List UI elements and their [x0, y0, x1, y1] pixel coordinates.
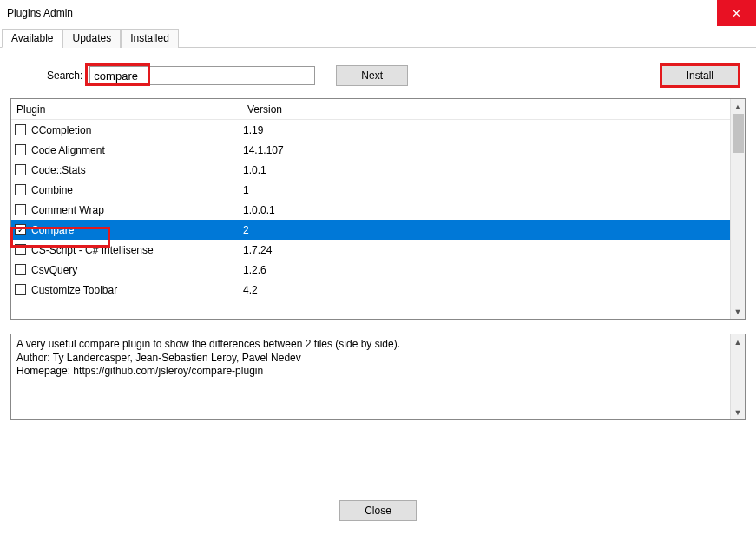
table-row[interactable]: Combine1: [11, 180, 730, 200]
window-close-button[interactable]: ✕: [717, 0, 756, 26]
checkbox[interactable]: [15, 184, 26, 195]
install-button[interactable]: Install: [661, 65, 739, 86]
table-row[interactable]: Code Alignment14.1.107: [11, 140, 730, 160]
plugin-list: Plugin Version CCompletion1.19Code Align…: [10, 98, 746, 320]
tab-available[interactable]: Available: [2, 29, 62, 48]
plugin-name: CCompletion: [31, 124, 243, 136]
bottom-bar: Close: [0, 500, 756, 521]
window-title: Plugins Admin: [7, 7, 73, 19]
next-button[interactable]: Next: [336, 65, 408, 86]
checkbox[interactable]: [15, 284, 26, 295]
plugin-version: 1.0.0.1: [243, 204, 275, 216]
plugin-version: 14.1.107: [243, 144, 284, 156]
col-header-plugin[interactable]: Plugin: [11, 103, 242, 116]
plugin-version: 2: [243, 224, 249, 236]
description-text: A very useful compare plugin to show the…: [11, 334, 730, 419]
list-header: Plugin Version: [11, 99, 730, 120]
plugin-version: 4.2: [243, 284, 258, 296]
titlebar: Plugins Admin ✕: [0, 0, 756, 26]
checkbox[interactable]: [15, 164, 26, 175]
plugin-version: 1.19: [243, 124, 263, 136]
scroll-up-icon[interactable]: ▲: [731, 334, 745, 349]
tab-installed[interactable]: Installed: [121, 29, 179, 48]
table-row[interactable]: Customize Toolbar4.2: [11, 280, 730, 300]
plugin-name: CsvQuery: [31, 264, 243, 276]
plugin-version: 1.7.24: [243, 244, 272, 256]
search-input[interactable]: [89, 66, 315, 85]
tab-updates[interactable]: Updates: [62, 29, 121, 48]
search-label: Search:: [47, 69, 82, 82]
table-row[interactable]: CS-Script - C# Intellisense1.7.24: [11, 240, 730, 260]
scroll-up-icon[interactable]: ▲: [731, 99, 745, 114]
plugin-version: 1.2.6: [243, 264, 266, 276]
table-row[interactable]: ✓Compare2: [11, 220, 730, 240]
scroll-down-icon[interactable]: ▼: [731, 304, 745, 319]
table-row[interactable]: Code::Stats1.0.1: [11, 160, 730, 180]
plugin-version: 1.0.1: [243, 164, 266, 176]
description-box: A very useful compare plugin to show the…: [10, 334, 746, 420]
table-row[interactable]: Comment Wrap1.0.0.1: [11, 200, 730, 220]
col-header-version[interactable]: Version: [242, 103, 730, 116]
plugin-name: Compare: [31, 224, 243, 236]
table-row[interactable]: CsvQuery1.2.6: [11, 260, 730, 280]
plugin-name: Customize Toolbar: [31, 284, 243, 296]
checkbox[interactable]: [15, 124, 26, 135]
plugin-name: Code Alignment: [31, 144, 243, 156]
close-button[interactable]: Close: [339, 500, 417, 521]
close-icon: ✕: [732, 7, 741, 20]
scroll-down-icon[interactable]: ▼: [731, 405, 745, 419]
checkbox[interactable]: [15, 144, 26, 155]
plugin-name: Combine: [31, 184, 243, 196]
plugin-name: CS-Script - C# Intellisense: [31, 244, 243, 256]
table-row[interactable]: CCompletion1.19: [11, 120, 730, 140]
scroll-thumb[interactable]: [733, 114, 744, 153]
plugin-version: 1: [243, 184, 249, 196]
scrollbar[interactable]: ▲ ▼: [730, 99, 745, 319]
checkbox[interactable]: [15, 264, 26, 275]
plugin-name: Comment Wrap: [31, 204, 243, 216]
checkbox[interactable]: ✓: [15, 224, 26, 235]
scrollbar[interactable]: ▲ ▼: [730, 334, 745, 419]
tab-bar: Available Updates Installed: [0, 28, 756, 48]
checkbox[interactable]: [15, 204, 26, 215]
checkbox[interactable]: [15, 244, 26, 255]
search-row: Search: Next Install: [0, 48, 756, 98]
plugin-name: Code::Stats: [31, 164, 243, 176]
